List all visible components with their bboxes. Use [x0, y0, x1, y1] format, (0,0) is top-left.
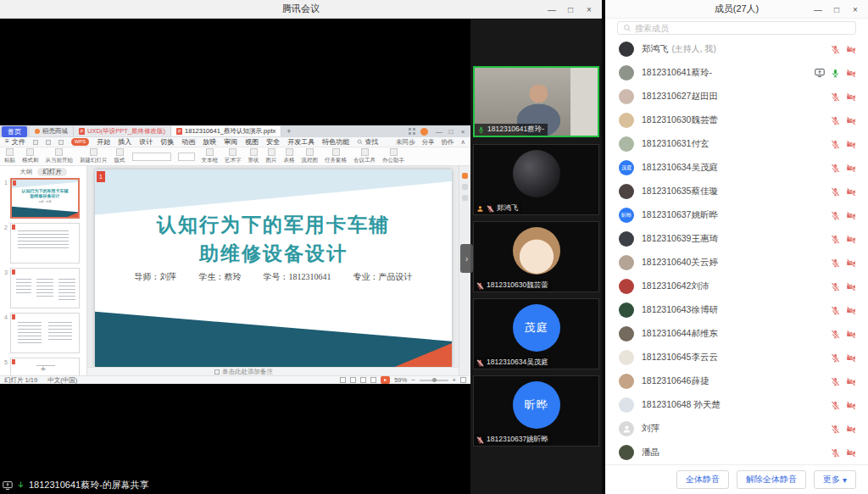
zoom-out-icon[interactable]: − [411, 376, 415, 384]
menu-item-design[interactable]: 设计 [139, 137, 153, 147]
member-row[interactable]: 1812310640关云婷 [605, 251, 868, 275]
undo-icon[interactable] [46, 140, 51, 145]
current-slide[interactable]: 1 认知行为下的军用卡车辅 助维修设备设计 导师：刘萍 学生：蔡玲 学号：181… [95, 169, 452, 367]
menu-item-start[interactable]: 开始 [97, 137, 110, 147]
mic-off-icon[interactable] [831, 92, 840, 102]
camera-off-icon[interactable] [846, 282, 856, 291]
member-row[interactable]: 1812310645李云云 [605, 346, 868, 369]
minimize-icon[interactable]: — [433, 128, 445, 136]
tab-outline[interactable]: 大纲 [19, 168, 32, 176]
normal-view-icon[interactable] [340, 377, 346, 383]
menu-item-features[interactable]: 特色功能 [322, 137, 349, 147]
menu-item-review[interactable]: 审阅 [224, 137, 237, 147]
close-icon[interactable]: × [457, 128, 469, 136]
camera-off-icon[interactable] [846, 164, 856, 173]
video-tile-zhenghongfei[interactable]: 郑鸿飞 [473, 144, 599, 215]
menu-item-insert[interactable]: 插入 [118, 137, 131, 147]
camera-off-icon[interactable] [846, 69, 856, 78]
camera-off-icon[interactable] [846, 235, 856, 244]
collapse-ribbon-icon[interactable]: ∧ [461, 138, 466, 146]
ribbon-play-from-current[interactable]: 从当前开始 [46, 148, 74, 164]
member-row[interactable]: 1812310648 孙天楚 [605, 393, 868, 417]
menu-item-animation[interactable]: 动画 [181, 137, 195, 147]
camera-off-icon[interactable] [846, 187, 856, 197]
camera-off-icon[interactable] [846, 140, 856, 149]
mic-off-icon[interactable] [831, 330, 840, 339]
menu-item-devtools[interactable]: 开发工具 [287, 137, 314, 147]
minimize-icon[interactable]: — [809, 5, 827, 14]
member-row[interactable]: 茂庭 1812310634吴茂庭 [605, 156, 868, 180]
member-row[interactable]: 昕晔 1812310637姚昕晔 [605, 203, 868, 227]
video-tile-cailing[interactable]: 1812310641蔡玲- [473, 66, 599, 137]
slide-thumbnail-2[interactable] [10, 223, 80, 264]
camera-off-icon[interactable] [846, 45, 856, 54]
sync-status[interactable]: 未同步 [396, 138, 415, 147]
redo-icon[interactable] [58, 140, 64, 145]
member-row[interactable]: 1812310646薛捷 [605, 369, 868, 393]
close-icon[interactable]: × [846, 5, 865, 14]
unmute-all-button[interactable]: 解除全体静音 [737, 470, 806, 489]
ribbon-meeting-tools[interactable]: 会议工具 [353, 148, 376, 164]
slideshow-play-button[interactable]: ▸ [381, 376, 390, 384]
share-action[interactable]: 分享 [422, 138, 435, 147]
camera-off-icon[interactable] [846, 211, 856, 220]
mic-off-icon[interactable] [831, 140, 840, 149]
video-tile-wumaoting[interactable]: 茂庭 1812310634吴茂庭 [473, 298, 599, 369]
zoom-slider[interactable] [420, 380, 448, 381]
mic-off-icon[interactable] [831, 211, 840, 220]
sidebar-tool-icon[interactable] [462, 184, 468, 190]
sidebar-tool-icon[interactable] [462, 195, 468, 201]
ribbon-office-assistant[interactable]: 办公助手 [382, 148, 404, 164]
member-row[interactable]: 1812310643徐博研 [605, 298, 868, 322]
camera-off-icon[interactable] [846, 377, 856, 386]
slide-thumbnail-1[interactable]: 认知行为下的军用卡车辅助维修设备设计 导师：刘萍 [10, 178, 80, 219]
member-row[interactable]: 1812310639王惠琦 [605, 227, 868, 251]
mic-off-icon[interactable] [831, 235, 840, 244]
ribbon-layout[interactable]: 版式 [114, 148, 125, 164]
mute-all-button[interactable]: 全体静音 [676, 470, 729, 489]
video-tile-weiyunlei[interactable]: 1812310630魏芸蕾 [473, 221, 599, 292]
wps-tab-docer[interactable]: 稻壳商城 [30, 126, 74, 136]
reading-view-icon[interactable] [360, 377, 366, 383]
ribbon-task-pane[interactable]: 任务窗格 [325, 148, 347, 164]
video-panel-toggle[interactable]: › [460, 244, 473, 273]
menu-item-slideshow[interactable]: 放映 [203, 137, 216, 147]
menu-item-security[interactable]: 安全 [266, 137, 280, 147]
member-row[interactable]: 1812310641蔡玲- [605, 61, 868, 85]
member-row[interactable]: 刘萍 [605, 417, 868, 441]
notes-bar[interactable]: 单击此处添加备注 [87, 367, 459, 375]
wps-tab-document-2[interactable]: P1812310641_蔡玲认知演示.pptx [171, 126, 281, 136]
slide-thumbnail-4[interactable] [10, 313, 80, 353]
member-row[interactable]: 潘晶 [605, 441, 868, 464]
mic-off-icon[interactable] [831, 282, 840, 291]
camera-off-icon[interactable] [846, 258, 856, 268]
zoom-in-icon[interactable]: + [453, 376, 456, 384]
ribbon-format-painter[interactable]: 格式刷 [22, 148, 39, 164]
font-size-combobox[interactable] [178, 153, 195, 161]
mic-off-icon[interactable] [831, 164, 840, 173]
sidebar-tool-icon[interactable] [462, 173, 468, 179]
mic-off-icon[interactable] [831, 187, 840, 197]
camera-off-icon[interactable] [846, 330, 856, 339]
screen-share-icon[interactable] [815, 68, 825, 78]
mic-off-icon[interactable] [831, 377, 840, 386]
mic-off-icon[interactable] [831, 425, 840, 434]
mic-off-icon[interactable] [831, 258, 840, 268]
ribbon-table[interactable]: 表格 [284, 148, 295, 164]
wps-home-button[interactable]: 首页 [2, 126, 27, 137]
maximize-icon[interactable]: □ [445, 128, 457, 136]
tab-slides[interactable]: 幻灯片 [37, 168, 67, 176]
mic-off-icon[interactable] [831, 306, 840, 315]
camera-off-icon[interactable] [846, 116, 856, 125]
maximize-icon[interactable]: □ [827, 5, 846, 14]
wps-account-avatar[interactable] [420, 128, 428, 136]
ribbon-flowchart[interactable]: 流程图 [302, 148, 319, 164]
member-row[interactable]: 1812310630魏芸蕾 [605, 108, 868, 132]
member-row[interactable]: 1812310644郝维东 [605, 322, 868, 346]
camera-off-icon[interactable] [846, 401, 856, 410]
wps-file-menu[interactable]: ≡文件 [5, 137, 25, 147]
member-row[interactable]: 1812310627赵田田 [605, 85, 868, 108]
notes-view-icon[interactable] [370, 377, 376, 383]
collaborate-action[interactable]: 协作 [442, 138, 454, 147]
ribbon-picture[interactable]: 图片 [266, 148, 277, 164]
